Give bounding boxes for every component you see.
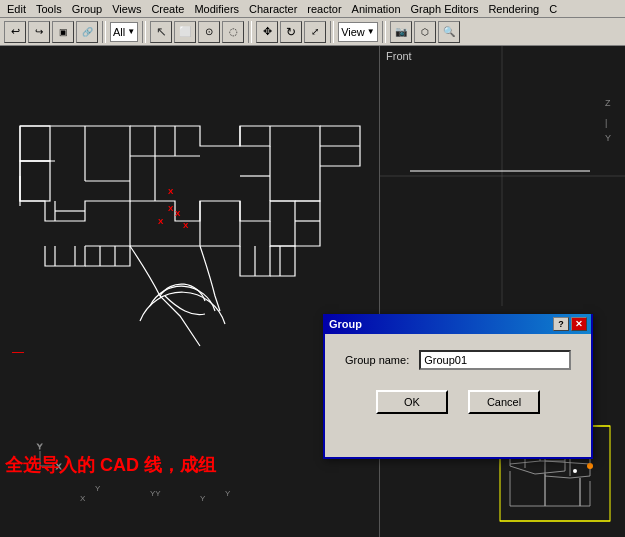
svg-text:|: | <box>605 118 607 128</box>
main-area: X X X X X X Y Y X YY Y Y <box>0 46 625 537</box>
svg-text:X: X <box>183 221 189 230</box>
toolbar-sep5 <box>382 21 386 43</box>
group-dialog: Group ? ✕ Group name: OK Cancel <box>323 314 593 459</box>
viewport-main[interactable]: X X X X X X Y Y X YY Y Y <box>0 46 380 537</box>
svg-text:Y: Y <box>37 442 43 451</box>
menu-group[interactable]: Group <box>67 2 108 16</box>
svg-text:X: X <box>158 217 164 226</box>
tb-rotate[interactable]: ↻ <box>280 21 302 43</box>
toolbar-sep1 <box>102 21 106 43</box>
tb-undo[interactable] <box>4 21 26 43</box>
dialog-buttons: OK Cancel <box>345 390 571 414</box>
svg-point-50 <box>587 463 593 469</box>
svg-point-51 <box>573 469 577 473</box>
dialog-controls: ? ✕ <box>553 317 587 331</box>
tb-redo[interactable]: ↪ <box>28 21 50 43</box>
toolbar-sep4 <box>330 21 334 43</box>
svg-text:Y: Y <box>225 489 231 498</box>
tb-camera[interactable]: 📷 <box>390 21 412 43</box>
cancel-button[interactable]: Cancel <box>468 390 540 414</box>
tb-scale[interactable]: ⤢ <box>304 21 326 43</box>
menu-reactor[interactable]: reactor <box>302 2 346 16</box>
svg-text:Y: Y <box>605 133 611 143</box>
tb-zoom[interactable]: 🔍 <box>438 21 460 43</box>
svg-text:X: X <box>80 494 86 503</box>
right-area: Front Z | Y <box>380 46 625 537</box>
menu-character[interactable]: Character <box>244 2 302 16</box>
tb-perspective[interactable]: ⬡ <box>414 21 436 43</box>
svg-text:X: X <box>168 187 174 196</box>
svg-text:Y: Y <box>200 494 206 503</box>
front-viewport-label: Front <box>386 50 412 62</box>
cad-instruction-text: 全选导入的 CAD 线，成组 <box>5 453 216 477</box>
menu-c[interactable]: C <box>544 2 562 16</box>
undo-icon <box>11 25 20 38</box>
svg-text:YY: YY <box>150 489 161 498</box>
svg-text:X: X <box>168 204 174 213</box>
menu-create[interactable]: Create <box>146 2 189 16</box>
dialog-title-label: Group <box>329 318 362 330</box>
chevron-down-icon2: ▼ <box>367 27 375 36</box>
tb-rect-select[interactable]: ⬜ <box>174 21 196 43</box>
menu-animation[interactable]: Animation <box>347 2 406 16</box>
toolbar: ↪ ▣ 🔗 All ▼ ↖ ⬜ ⊙ ◌ ✥ ↻ ⤢ View ▼ 📷 ⬡ 🔍 <box>0 18 625 46</box>
dropdown-value: All <box>113 26 125 38</box>
toolbar-sep2 <box>142 21 146 43</box>
front-viewport-svg: Z | Y <box>380 46 625 306</box>
menu-edit[interactable]: Edit <box>2 2 31 16</box>
viewport-front[interactable]: Front Z | Y <box>380 46 625 306</box>
tb-circle-select[interactable]: ⊙ <box>198 21 220 43</box>
view-dropdown[interactable]: View ▼ <box>338 22 378 42</box>
tb-select[interactable]: ▣ <box>52 21 74 43</box>
menu-modifiers[interactable]: Modifiers <box>189 2 244 16</box>
tb-lasso-select[interactable]: ◌ <box>222 21 244 43</box>
dialog-help-button[interactable]: ? <box>553 317 569 331</box>
menu-tools[interactable]: Tools <box>31 2 67 16</box>
svg-text:X: X <box>175 209 181 218</box>
ok-button[interactable]: OK <box>376 390 448 414</box>
tb-arrow-select[interactable]: ↖ <box>150 21 172 43</box>
chevron-down-icon: ▼ <box>127 27 135 36</box>
group-name-row: Group name: <box>345 350 571 370</box>
toolbar-sep3 <box>248 21 252 43</box>
menu-views[interactable]: Views <box>107 2 146 16</box>
tb-link[interactable]: 🔗 <box>76 21 98 43</box>
view-dropdown-value: View <box>341 26 365 38</box>
group-name-input[interactable] <box>419 350 571 370</box>
menu-graph-editors[interactable]: Graph Editors <box>406 2 484 16</box>
selection-filter-dropdown[interactable]: All ▼ <box>110 22 138 42</box>
dialog-titlebar: Group ? ✕ <box>325 314 591 334</box>
menu-rendering[interactable]: Rendering <box>483 2 544 16</box>
dialog-close-button[interactable]: ✕ <box>571 317 587 331</box>
svg-text:Y: Y <box>95 484 101 493</box>
dialog-body: Group name: OK Cancel <box>325 334 591 430</box>
svg-text:—: — <box>12 345 24 359</box>
menubar: Edit Tools Group Views Create Modifiers … <box>0 0 625 18</box>
group-name-label: Group name: <box>345 354 409 366</box>
dialog-title: Group <box>329 318 362 330</box>
svg-text:Z: Z <box>605 98 611 108</box>
tb-move[interactable]: ✥ <box>256 21 278 43</box>
